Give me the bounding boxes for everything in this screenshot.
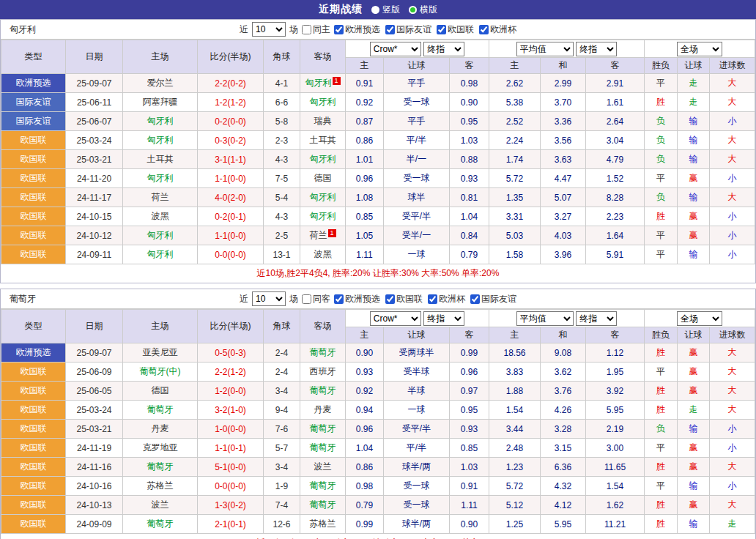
competition-checkbox[interactable]: 欧洲杯: [479, 23, 516, 36]
competition-checkbox[interactable]: 欧国联: [385, 293, 423, 305]
avg-away-odds: 5.95: [586, 401, 645, 420]
same-venue-checkbox[interactable]: 同主: [302, 23, 330, 36]
handicap-line: 平/半: [384, 131, 450, 150]
match-date: 25-03-21: [66, 420, 123, 439]
average-odds-select[interactable]: 平均值: [516, 311, 574, 326]
home-team: 爱尔兰: [123, 74, 198, 93]
competition-checkbox[interactable]: 国际友谊: [385, 23, 431, 36]
away-team: 土耳其: [300, 131, 346, 150]
competition-label: 欧洲预选: [345, 23, 380, 36]
competition-checkbox[interactable]: 国际友谊: [470, 293, 516, 305]
games-label: 场: [289, 23, 298, 36]
average-odds-select[interactable]: 平均值: [516, 42, 574, 56]
away-team: 丹麦: [300, 401, 346, 420]
avg-home-odds: 2.52: [489, 112, 541, 131]
competition-checkbox-input[interactable]: [334, 25, 344, 34]
same-venue-checkbox-input[interactable]: [302, 294, 311, 304]
avg-home-odds: 5.72: [489, 169, 541, 188]
team-label: 克罗地亚: [143, 442, 178, 453]
handicap-result: 赢: [678, 363, 710, 382]
competition-checkbox[interactable]: 欧洲杯: [428, 293, 465, 305]
competition-checkbox-input[interactable]: [470, 294, 480, 304]
avg-draw-odds: 2.99: [541, 74, 586, 93]
match-row: 欧国联24-10-13波兰1-3(0-2)7-4葡萄牙0.79受一球1.115.…: [1, 496, 755, 515]
handicap-home-odds: 0.79: [346, 496, 384, 515]
competition-type-badge: 欧国联: [1, 188, 66, 207]
topbar: 近期战绩 竖版 横版: [0, 0, 756, 19]
avg-home-odds: 1.88: [489, 382, 541, 401]
competition-checkbox[interactable]: 欧洲预选: [334, 23, 380, 36]
competition-checkbox-input[interactable]: [479, 25, 489, 34]
competition-type-badge: 国际友谊: [1, 112, 66, 131]
home-team: 荷兰: [123, 188, 198, 207]
competition-type-badge: 欧国联: [1, 458, 66, 477]
scope-select[interactable]: 全场: [677, 42, 722, 56]
match-row: 国际友谊25-06-11阿塞拜疆1-2(1-2)6-6匈牙利0.92受一球0.9…: [1, 93, 755, 112]
average-time-select[interactable]: 终指: [576, 311, 617, 326]
match-date: 24-10-12: [66, 226, 123, 245]
handicap-line: 受半/一: [384, 226, 450, 245]
scope-controls: 全场: [645, 310, 755, 327]
competition-type-badge: 欧国联: [1, 363, 66, 382]
team-label: 葡萄牙(中): [140, 366, 181, 376]
average-time-select[interactable]: 终指: [576, 42, 617, 56]
avg-away-odds: 1.54: [586, 477, 645, 496]
competition-type-badge: 欧国联: [1, 150, 66, 169]
competition-checkbox-input[interactable]: [428, 294, 437, 304]
handicap-line: 受两球半: [384, 343, 450, 363]
corners: 7-4: [264, 496, 300, 515]
match-row: 欧国联24-09-11匈牙利0-0(0-0)13-1波黑1.11一球0.791.…: [1, 245, 755, 264]
filter-bar: 匈牙利 近 10 场 同主 欧洲预选国际友谊欧国联欧洲杯: [1, 20, 755, 40]
competition-type-badge: 欧国联: [1, 382, 66, 401]
competition-checkbox-input[interactable]: [334, 294, 344, 304]
win-draw-loss-result: 负: [645, 150, 678, 169]
layout-radio-vertical[interactable]: 竖版: [371, 4, 400, 16]
handicap-away-odds: 0.81: [450, 188, 489, 207]
team-section: 葡萄牙 近 10 场 同客 欧洲预选欧国联欧洲杯国际友谊 类型 日期: [0, 289, 756, 539]
games-count-select[interactable]: 10: [252, 291, 286, 306]
same-venue-checkbox-input[interactable]: [302, 25, 311, 34]
team-label: 土耳其: [147, 154, 174, 164]
win-draw-loss-result: 负: [645, 420, 678, 439]
competition-type-badge: 欧国联: [1, 439, 66, 458]
avg-draw-odds: 4.12: [541, 496, 586, 515]
match-date: 25-09-07: [66, 343, 123, 363]
competition-label: 欧国联: [448, 23, 474, 36]
odds-company-select[interactable]: Crow*: [370, 311, 421, 326]
avg-away-odds: 2.64: [586, 112, 645, 131]
avg-home-odds: 1.54: [489, 401, 541, 420]
same-venue-checkbox[interactable]: 同客: [302, 293, 330, 305]
competition-checkbox-input[interactable]: [385, 25, 395, 34]
team-label: 波兰: [152, 499, 169, 510]
games-count-select[interactable]: 10: [252, 22, 286, 37]
avg-draw-odds: 3.63: [541, 150, 586, 169]
home-team: 阿塞拜疆: [123, 93, 198, 112]
competition-checkbox-input[interactable]: [437, 25, 446, 34]
team-label: 德国: [152, 385, 169, 395]
layout-radio-horizontal[interactable]: 横版: [409, 4, 437, 16]
col-header-avg-draw: 和: [541, 58, 586, 74]
odds-time-select[interactable]: 终指: [423, 311, 464, 326]
competition-type-badge: 欧国联: [1, 477, 66, 496]
col-header-home-odds: 主: [346, 58, 384, 74]
col-header-away-odds: 客: [450, 58, 489, 74]
scope-select[interactable]: 全场: [677, 311, 722, 326]
handicap-result: 赢: [678, 382, 710, 401]
competition-checkbox-input[interactable]: [385, 294, 395, 304]
corners: 4-1: [264, 74, 300, 93]
competition-label: 欧国联: [396, 293, 423, 305]
team-section: 匈牙利 近 10 场 同主 欧洲预选国际友谊欧国联欧洲杯 类型 日期: [0, 19, 756, 283]
home-team: 波兰: [123, 496, 198, 515]
radio-selected-icon: [409, 6, 417, 14]
competition-checkbox[interactable]: 欧洲预选: [334, 293, 380, 305]
competition-checkbox[interactable]: 欧国联: [437, 23, 474, 36]
home-team: 亚美尼亚: [123, 343, 198, 363]
handicap-away-odds: 0.88: [450, 150, 489, 169]
avg-away-odds: 1.62: [586, 496, 645, 515]
handicap-away-odds: 0.91: [450, 477, 489, 496]
avg-home-odds: 1.25: [489, 515, 541, 534]
odds-time-select[interactable]: 终指: [423, 42, 464, 56]
avg-home-odds: 3.44: [489, 420, 541, 439]
match-row: 欧国联24-11-20匈牙利1-1(0-0)7-5德国0.96受一球0.935.…: [1, 169, 755, 188]
odds-company-select[interactable]: Crow*: [370, 42, 421, 56]
